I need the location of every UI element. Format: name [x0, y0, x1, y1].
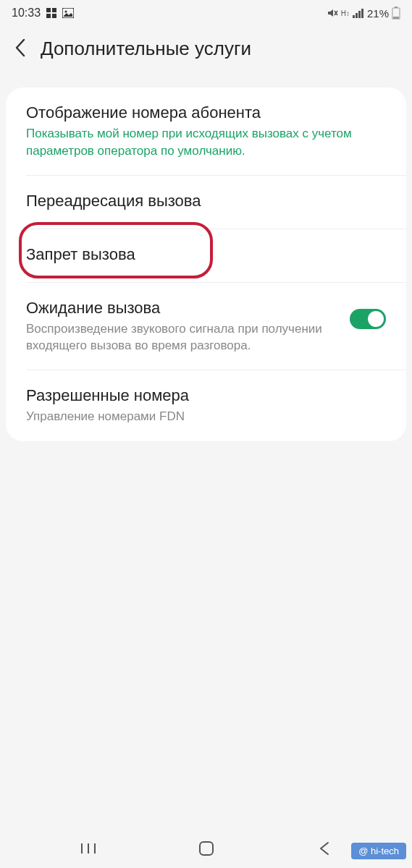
- setting-caller-id[interactable]: Отображение номера абонента Показывать м…: [6, 88, 406, 176]
- setting-title: Разрешенные номера: [26, 386, 386, 405]
- setting-title: Отображение номера абонента: [26, 103, 386, 122]
- header: Дополнительные услуги: [0, 26, 412, 75]
- svg-rect-11: [361, 9, 363, 18]
- nav-bar: [0, 829, 412, 868]
- signal-icon: [353, 8, 364, 18]
- data-icon: H↕: [341, 9, 350, 17]
- setting-title: Ожидание вызова: [26, 299, 338, 318]
- setting-fixed-dialing[interactable]: Разрешенные номера Управление номерами F…: [6, 370, 406, 441]
- back-button[interactable]: [14, 38, 26, 60]
- svg-rect-10: [358, 11, 361, 18]
- svg-rect-0: [46, 8, 51, 12]
- setting-call-forwarding[interactable]: Переадресация вызова: [6, 176, 406, 229]
- settings-card: Отображение номера абонента Показывать м…: [6, 88, 406, 441]
- status-right: H↕ 21%: [327, 7, 400, 20]
- status-time: 10:33: [12, 7, 41, 20]
- svg-rect-3: [52, 14, 56, 18]
- svg-rect-8: [353, 15, 355, 18]
- mute-icon: [327, 8, 338, 18]
- setting-title: Переадресация вызова: [26, 192, 386, 210]
- svg-rect-9: [356, 13, 358, 18]
- status-left: 10:33: [12, 7, 74, 20]
- apps-icon: [46, 8, 56, 18]
- nav-back-button[interactable]: [314, 838, 335, 859]
- setting-call-barring[interactable]: Запрет вызова: [6, 229, 406, 283]
- svg-rect-2: [46, 14, 51, 18]
- watermark: @ hi-tech: [351, 843, 406, 859]
- svg-rect-18: [200, 842, 213, 855]
- setting-desc: Воспроизведение звукового сигнала при по…: [26, 320, 338, 355]
- setting-title: Запрет вызова: [26, 245, 386, 264]
- page-title: Дополнительные услуги: [41, 38, 251, 60]
- screenshot-icon: [62, 8, 74, 18]
- svg-rect-1: [52, 8, 56, 12]
- status-bar: 10:33 H↕ 21%: [0, 0, 412, 26]
- call-waiting-toggle[interactable]: [350, 309, 386, 329]
- setting-desc: Показывать мой номер при исходящих вызов…: [26, 125, 386, 160]
- setting-desc: Управление номерами FDN: [26, 408, 386, 425]
- setting-call-waiting[interactable]: Ожидание вызова Воспроизведение звуковог…: [6, 283, 406, 371]
- svg-rect-14: [393, 17, 399, 19]
- nav-home-button[interactable]: [196, 838, 216, 859]
- nav-recents-button[interactable]: [78, 838, 98, 859]
- svg-point-5: [65, 11, 67, 13]
- battery-icon: [392, 7, 400, 20]
- battery-percent: 21%: [367, 7, 389, 20]
